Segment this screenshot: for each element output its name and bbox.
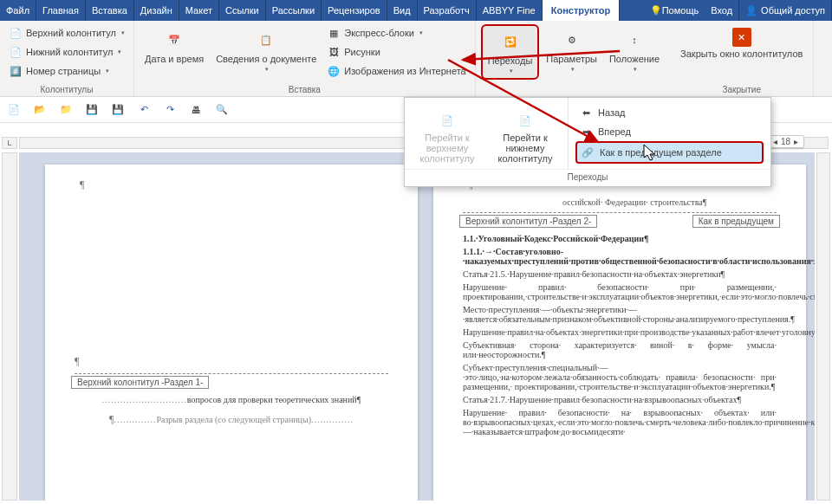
popup-goto-bottom[interactable]: 📄 Перейти к нижнему колонтитулу (486, 105, 564, 169)
tab-insert[interactable]: Вставка (86, 0, 134, 21)
tab-design[interactable]: Дизайн (134, 0, 179, 21)
group-title-insert: Вставка (140, 83, 470, 96)
ribbon-group-nav: 🔁 Переходы ▾ ⚙ Параметры ▾ ↕ Положение ▾ (476, 21, 670, 96)
header-zone-sec2[interactable]: оссийской· Федерации· строительства¶ Вер… (463, 197, 777, 213)
forward-icon: ➡ (579, 125, 593, 139)
chevron-down-icon: ▾ (265, 66, 269, 73)
btn-date-time[interactable]: 📅 Дата и время (140, 24, 209, 68)
tab-home[interactable]: Главная (36, 0, 86, 21)
tab-share[interactable]: 👤Общий доступ (739, 0, 832, 21)
qat-print-icon[interactable]: 🖶 (189, 103, 203, 117)
chevron-down-icon: ▾ (419, 29, 423, 36)
ribbon-group-close: ✕ Закрыть окно колонтитулов Закрытие (670, 21, 814, 96)
ruler-corner: L (2, 137, 17, 149)
header-tag-same-as-prev: Как в предыдущем (692, 215, 780, 228)
header-zone-sec1[interactable]: ¶ Верхний колонтитул -Раздел 1- (75, 355, 388, 374)
qat-open2-icon[interactable]: 📁 (59, 103, 73, 117)
header-tag-sec1: Верхний колонтитул -Раздел 1- (71, 376, 209, 389)
chevron-down-icon: ▾ (510, 68, 513, 74)
pilcrow-icon: ¶ (75, 355, 79, 367)
header-tag-sec2: Верхний колонтитул -Раздел 2- (459, 215, 597, 228)
popup-item-same-as-prev[interactable]: 🔗 Как в предыдущем разделе (575, 141, 764, 164)
qat-open-icon[interactable]: 📂 (33, 103, 47, 117)
group-title-nav (481, 83, 665, 96)
tab-login[interactable]: Вход (705, 0, 739, 21)
tab-view[interactable]: Вид (387, 0, 418, 21)
chevron-down-icon: ▾ (634, 66, 637, 73)
tab-review[interactable]: Рецензиров (322, 0, 387, 21)
web-image-icon: 🌐 (327, 64, 341, 78)
qat-undo-icon[interactable]: ↶ (137, 103, 151, 117)
tab-layout[interactable]: Макет (179, 0, 219, 21)
tab-file[interactable]: Файл (0, 0, 36, 21)
qat-save-icon[interactable]: 💾 (85, 103, 99, 117)
blocks-icon: ▦ (327, 26, 341, 40)
qat-saveas-icon[interactable]: 💾 (111, 103, 125, 117)
btn-express-blocks[interactable]: ▦ Экспресс-блоки▾ (323, 24, 469, 42)
chevron-down-icon: ▾ (118, 48, 121, 55)
goto-top-icon: 📄 (435, 108, 459, 132)
popup-item-back[interactable]: ⬅ Назад (575, 103, 764, 122)
page-left: ¶ Верхний колонтитул -Раздел 1- ........… (45, 165, 418, 501)
qat-preview-icon[interactable]: 🔍 (215, 103, 229, 117)
btn-web-images[interactable]: 🌐 Изображения из Интернета (323, 62, 469, 80)
share-icon: 👤 (745, 5, 757, 16)
right-arrow-icon: ▸ (794, 137, 798, 146)
body-text-right: 1.1.·Уголовный·Кодекс·Российской·Федерац… (463, 234, 777, 436)
document-area[interactable]: ¶ Верхний колонтитул -Раздел 1- ........… (19, 152, 815, 501)
link-prev-icon: 🔗 (581, 145, 595, 159)
close-icon: ✕ (732, 28, 751, 47)
tab-abbyy[interactable]: ABBYY Fine (477, 0, 543, 21)
goto-bottom-icon: 📄 (513, 108, 537, 132)
tab-references[interactable]: Ссылки (219, 0, 266, 21)
ribbon-group-headers: 📄 Верхний колонтитул▾ 📄 Нижний колонтиту… (0, 21, 134, 96)
transitions-popup: 📄 Перейти к верхнему колонтитулу 📄 Перей… (404, 97, 771, 187)
back-icon: ⬅ (579, 106, 593, 120)
pilcrow-icon: ¶ (80, 178, 84, 191)
ruler-vertical[interactable] (2, 152, 17, 501)
tab-constructor[interactable]: Конструктор (543, 0, 620, 21)
transitions-icon: 🔁 (498, 29, 523, 54)
qat-new-icon[interactable]: 📄 (7, 103, 21, 117)
parameters-icon: ⚙ (560, 28, 584, 52)
page-number-icon: #️⃣ (9, 64, 23, 78)
tab-mailings[interactable]: Рассылки (266, 0, 322, 21)
tab-developer[interactable]: Разработч (418, 0, 477, 21)
btn-transitions[interactable]: 🔁 Переходы ▾ (481, 24, 540, 80)
header-bottom-icon: 📄 (9, 45, 23, 59)
ribbon-group-insert: 📅 Дата и время 📋 Сведения о документе▾ ▦… (134, 21, 476, 96)
scrollbar-vertical[interactable] (816, 152, 830, 501)
tab-help[interactable]: 💡 Помощь (644, 0, 705, 21)
chevron-down-icon: ▾ (106, 68, 109, 74)
btn-parameters[interactable]: ⚙ Параметры ▾ (541, 24, 602, 76)
left-arrow-icon: ◂ (773, 137, 777, 146)
calendar-icon: 📅 (162, 28, 186, 52)
chevron-down-icon: ▾ (571, 66, 575, 73)
ribbon: 📄 Верхний колонтитул▾ 📄 Нижний колонтиту… (0, 21, 832, 97)
btn-bottom-header[interactable]: 📄 Нижний колонтитул▾ (5, 43, 128, 61)
popup-item-forward[interactable]: ➡ Вперед (575, 122, 764, 141)
popup-footer: Переходы (405, 169, 770, 186)
btn-top-header[interactable]: 📄 Верхний колонтитул▾ (5, 24, 128, 42)
group-title-close: Закрытие (675, 83, 808, 96)
qat-redo-icon[interactable]: ↷ (163, 103, 177, 117)
picture-icon: 🖼 (327, 45, 341, 59)
btn-page-number[interactable]: #️⃣ Номер страницы▾ (5, 62, 128, 80)
btn-doc-info[interactable]: 📋 Сведения о документе▾ (211, 24, 322, 76)
group-title-headers: Колонтитулы (5, 83, 128, 96)
body-text-left: ............................вопросов для… (75, 395, 388, 426)
btn-close-headers[interactable]: ✕ Закрыть окно колонтитулов (675, 24, 808, 62)
popup-goto-top: 📄 Перейти к верхнему колонтитулу (408, 105, 486, 169)
page-right: ¶ оссийской· Федерации· строительства¶ В… (433, 165, 806, 501)
position-icon: ↕ (622, 28, 647, 52)
tabs-bar: Файл Главная Вставка Дизайн Макет Ссылки… (0, 0, 832, 21)
header-top-icon: 📄 (9, 26, 23, 40)
btn-position[interactable]: ↕ Положение ▾ (604, 24, 665, 76)
btn-pictures[interactable]: 🖼 Рисунки (323, 43, 469, 61)
docinfo-icon: 📋 (254, 28, 278, 52)
chevron-down-icon: ▾ (121, 29, 125, 36)
lightbulb-icon: 💡 (650, 5, 662, 16)
